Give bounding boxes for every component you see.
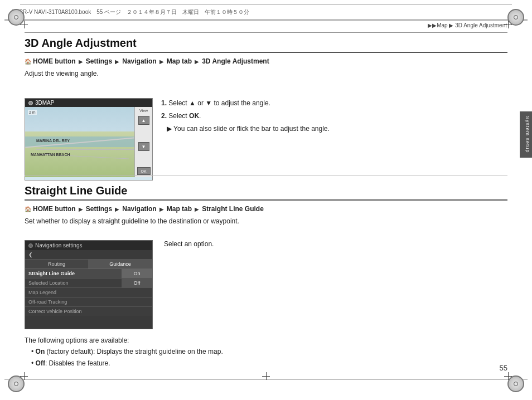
- sidebar-tab: System setup: [520, 111, 532, 158]
- section-3d-angle: 3D Angle Adjustment 🏠HOME button ▶ Setti…: [25, 37, 507, 82]
- nav-tabs: Routing Guidance: [25, 260, 152, 269]
- nav-item-slg: Straight Line Guide On: [25, 269, 152, 279]
- nav-item-vehicle: Correct Vehicle Position: [25, 307, 152, 316]
- nav-item-location: Selected Location Off: [25, 279, 152, 288]
- step-1: 1. Select ▲ or ▼ to adjust the angle.: [161, 98, 507, 109]
- option-on: • On (factory default): Displays the str…: [31, 346, 223, 357]
- step-2: 2. Select OK.: [161, 111, 507, 121]
- section-slg-desc: Set whether to display a straight guidel…: [25, 217, 507, 225]
- options-title: The following options are available:: [25, 335, 223, 346]
- down-button[interactable]: ▼: [138, 142, 149, 151]
- 3d-map-screenshot: 3DMAP MARINA DEL REY MANHATTAN BEACH 2 m: [25, 98, 153, 181]
- map-label-beach: MANHATTAN BEACH: [31, 153, 70, 157]
- steps-container: 1. Select ▲ or ▼ to adjust the angle. 2.…: [161, 98, 507, 137]
- view-label: View: [139, 109, 148, 113]
- section-3d-title: 3D Angle Adjustment: [25, 37, 507, 53]
- view-panel: View ▲ ▼ OK: [134, 107, 152, 177]
- options-list: The following options are available: • O…: [25, 335, 223, 369]
- file-info: 15 CR-V NAVI-31T0A8100.book 55 ページ ２０１４年…: [11, 8, 249, 16]
- tab-guidance[interactable]: Guidance: [89, 260, 152, 269]
- up-button[interactable]: ▲: [138, 116, 149, 125]
- nav-header: Navigation settings: [25, 241, 152, 250]
- page-number: 55: [500, 364, 507, 372]
- main-content: ▶▶Map ▶ 3D Angle Adjustment 3D Angle Adj…: [25, 20, 507, 375]
- option-off: • Off: Disables the feature.: [31, 358, 223, 369]
- tab-routing[interactable]: Routing: [25, 260, 89, 269]
- section-slg: Straight Line Guide 🏠HOME button ▶ Setti…: [25, 184, 507, 230]
- step-note: ▶ You can also slide or flick the bar to…: [167, 124, 507, 134]
- top-bar: 15 CR-V NAVI-31T0A8100.book 55 ページ ２０１４年…: [4, 4, 528, 20]
- circle-br: [507, 375, 524, 392]
- map-header-dot: [28, 101, 33, 105]
- section-3d-desc: Adjust the viewing angle.: [25, 70, 507, 77]
- nav-item-offroad: Off-road Tracking: [25, 297, 152, 307]
- map-body: MARINA DEL REY MANHATTAN BEACH 2 m View …: [25, 107, 152, 177]
- circle-bl: [8, 375, 25, 392]
- map-header: 3DMAP: [25, 99, 152, 107]
- breadcrumb-slg: 🏠HOME button ▶ Settings ▶ Navigation ▶ M…: [25, 205, 507, 213]
- ok-button[interactable]: OK: [137, 167, 151, 175]
- breadcrumb-top: ▶▶Map ▶ 3D Angle Adjustment: [427, 22, 507, 28]
- section-slg-title: Straight Line Guide: [25, 184, 507, 201]
- map-label-marina: MARINA DEL REY: [36, 139, 70, 143]
- nav-back[interactable]: ❮: [25, 250, 152, 260]
- nav-settings-screenshot: Navigation settings ❮ Routing Guidance S…: [25, 240, 153, 329]
- breadcrumb-3d: 🏠HOME button ▶ Settings ▶ Navigation ▶ M…: [25, 57, 507, 65]
- circle-tl: [8, 9, 25, 26]
- nav-item-legend: Map Legend: [25, 288, 152, 297]
- select-text: Select an option.: [164, 240, 214, 248]
- circle-tr: [507, 9, 524, 26]
